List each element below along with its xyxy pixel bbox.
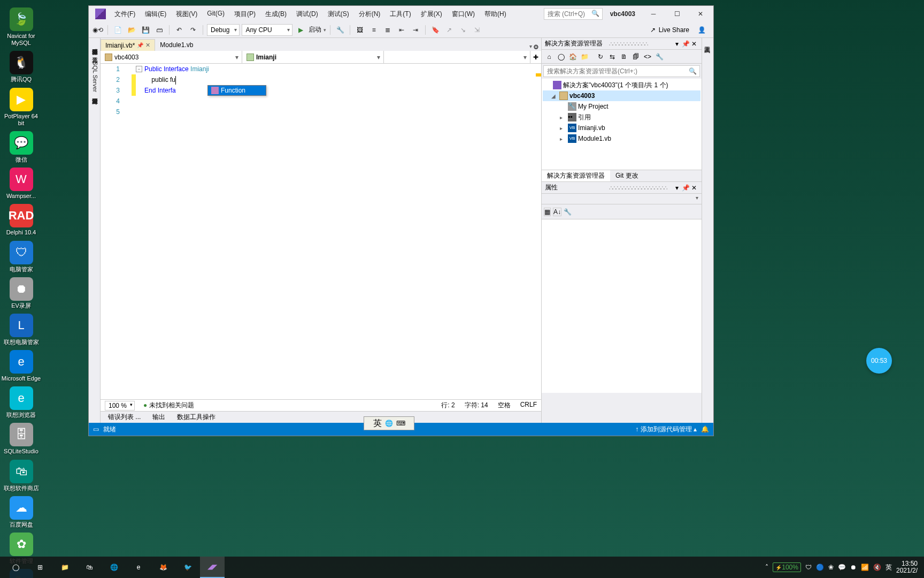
properties-icon[interactable]: 🔧 [654, 51, 665, 62]
desktop-icon[interactable]: e联想浏览器 [1, 386, 41, 419]
desktop-icon[interactable]: 🛡电脑管家 [1, 241, 41, 273]
git-changes-tab[interactable]: Git 更改 [610, 170, 644, 181]
tool-btn[interactable]: 🖼 [354, 24, 366, 36]
refresh-icon[interactable]: ↻ [595, 51, 606, 62]
desktop-icon[interactable]: ☁百度网盘 [1, 496, 41, 528]
desktop-icon[interactable]: ▶PotPlayer 64 bit [1, 88, 41, 127]
menu-debug[interactable]: 调试(D) [292, 7, 322, 21]
nav-back-button[interactable]: ◉⟲ [92, 24, 104, 36]
start-button[interactable]: ▶ [295, 24, 306, 36]
test-tools-tab[interactable]: 测试工具 [702, 38, 712, 47]
wrench-icon[interactable]: 🔧 [564, 208, 572, 216]
alphabetical-icon[interactable]: A↓ [553, 208, 561, 216]
menu-build[interactable]: 生成(B) [261, 7, 291, 21]
pin-icon[interactable]: 📌 [681, 184, 690, 192]
ime-indicator[interactable]: 英 [886, 563, 892, 572]
project-node[interactable]: ◢vbc4003 [543, 90, 700, 101]
config-combo[interactable]: Debug [207, 24, 240, 36]
desktop-icon[interactable]: 🐧腾讯QQ [1, 51, 41, 83]
showall-icon[interactable]: 🗎 [619, 51, 629, 62]
clock[interactable]: 13:50 2021/2/ [896, 560, 918, 574]
menu-edit[interactable]: 编辑(E) [141, 7, 171, 21]
nav-type-combo[interactable]: Imianji [242, 51, 384, 63]
myproject-node[interactable]: 🔧My Project [543, 101, 700, 112]
sql-explorer-tab[interactable]: SQL Server 对象资源管理器 [89, 57, 100, 98]
bookmark-button[interactable]: 🔖 [429, 24, 441, 36]
menu-test[interactable]: 测试(S) [324, 7, 353, 21]
save-button[interactable]: 💾 [140, 24, 151, 36]
task-view-button[interactable]: ⊞ [28, 557, 52, 578]
git-add-button[interactable]: ↑ 添加到源代码管理 ▴ [635, 425, 697, 434]
tool-btn[interactable]: ⇲ [471, 24, 483, 36]
code-icon[interactable]: <> [642, 51, 653, 62]
back-icon[interactable]: ◯ [556, 51, 566, 62]
split-icon[interactable]: ✚ [530, 51, 541, 63]
platform-combo[interactable]: Any CPU [242, 24, 292, 36]
panel-dropdown-icon[interactable]: ▾ [673, 184, 681, 192]
menu-view[interactable]: 视图(V) [172, 7, 202, 21]
tray-icon[interactable]: 🛡 [805, 564, 812, 571]
home-icon[interactable]: ⌂ [544, 51, 555, 62]
nav-member-combo[interactable] [384, 51, 530, 63]
tray-icon[interactable]: ❀ [828, 564, 834, 571]
zoom-combo[interactable]: 100 % [105, 401, 135, 410]
browser-button[interactable]: e [126, 557, 151, 578]
intellisense-popup[interactable]: Function [207, 85, 266, 96]
tray-icon[interactable]: 💬 [838, 564, 846, 571]
desktop-icon[interactable]: RADDelphi 10.4 [1, 204, 41, 236]
tool-btn[interactable]: 🔧 [334, 24, 346, 36]
app-button[interactable]: 🐦 [175, 557, 200, 578]
menu-extensions[interactable]: 扩展(X) [417, 7, 446, 21]
file-node-module1[interactable]: ▸VBModule1.vb [543, 133, 700, 144]
edge-button[interactable]: 🌐 [102, 557, 126, 578]
redo-button[interactable]: ↷ [187, 24, 199, 36]
tab-settings-icon[interactable]: ⚙ [533, 43, 539, 51]
close-icon[interactable]: ✕ [690, 40, 698, 48]
fold-icon[interactable]: − [136, 66, 142, 72]
desktop-icon[interactable]: 🛍联想软件商店 [1, 460, 41, 492]
close-tab-icon[interactable]: ✕ [145, 42, 150, 49]
scope-icon[interactable]: 📁 [579, 51, 590, 62]
tool-btn[interactable]: ≡ [368, 24, 380, 36]
outdent-button[interactable]: ⇤ [396, 24, 407, 36]
wifi-icon[interactable]: 📶 [861, 564, 869, 571]
collapse-icon[interactable]: ⇆ [607, 51, 618, 62]
save-all-button[interactable]: 🗃 [153, 24, 165, 36]
tab-module1[interactable]: Module1.vb [155, 39, 198, 51]
tab-imianji[interactable]: Imianji.vb* 📌 ✕ [101, 39, 155, 51]
pin-icon[interactable]: 📌 [681, 40, 690, 48]
close-icon[interactable]: ✕ [690, 184, 698, 192]
tool-btn[interactable]: ↗ [443, 24, 455, 36]
tray-icon[interactable]: ⏺ [850, 564, 857, 571]
references-node[interactable]: ▸▪▪引用 [543, 112, 700, 123]
output-tab[interactable]: 输出 [147, 412, 171, 423]
preview-icon[interactable]: 🗐 [630, 51, 641, 62]
server-explorer-tab[interactable]: 服务器资源管理器 [89, 40, 100, 49]
desktop-icon[interactable]: 🗄SQLiteStudio [1, 423, 41, 455]
start-button[interactable]: ◯ [3, 557, 28, 578]
account-icon[interactable]: 👤 [698, 26, 706, 34]
menu-analyze[interactable]: 分析(N) [355, 7, 385, 21]
store-button[interactable]: 🛍 [77, 557, 102, 578]
toolbox-tab[interactable]: 工具箱 [89, 49, 100, 57]
undo-button[interactable]: ↶ [173, 24, 185, 36]
menu-git[interactable]: Git(G) [203, 7, 229, 21]
minimize-button[interactable]: ─ [643, 6, 664, 21]
liveshare-button[interactable]: Live Share [659, 26, 689, 34]
volume-icon[interactable]: 🔇 [873, 564, 881, 571]
desktop-icon[interactable]: 💬微信 [1, 131, 41, 163]
tool-btn[interactable]: ↘ [457, 24, 469, 36]
battery-icon[interactable]: ⚡100% [773, 562, 801, 572]
visual-studio-taskbar[interactable]: ◢◤ [200, 557, 225, 578]
tray-icon[interactable]: 🔵 [816, 564, 824, 571]
tool-btn[interactable]: ≣ [382, 24, 394, 36]
menu-help[interactable]: 帮助(H) [480, 7, 511, 21]
nav-project-combo[interactable]: vbc4003 [101, 51, 242, 63]
menu-project[interactable]: 项目(P) [230, 7, 260, 21]
sln-explorer-tab[interactable]: 解决方案资源管理器 [542, 170, 610, 181]
desktop-icon[interactable]: ⏺EV录屏 [1, 277, 41, 309]
issues-status[interactable]: 未找到相关问题 [143, 401, 194, 410]
close-button[interactable]: ✕ [690, 6, 711, 21]
dropdown-icon[interactable]: ▾ [696, 195, 698, 201]
open-button[interactable]: 📂 [126, 24, 137, 36]
